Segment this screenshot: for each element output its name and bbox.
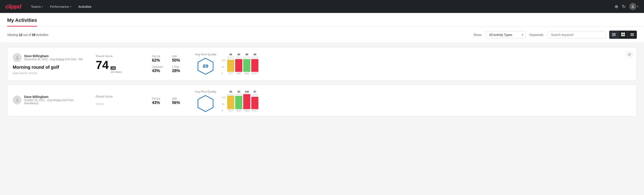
stat-fw-hit: FW Hit 43%: [152, 97, 168, 105]
round-score-row: —: [96, 100, 145, 108]
round-score-section: Round Score 74 +4 18 Holes: [96, 54, 145, 74]
user-date-location: December 05, 2021 - Gog Magog Golf Club …: [24, 58, 82, 61]
filter-bar: Viewing 12 out of 29 Activities Show: Al…: [0, 27, 644, 42]
card-user-section: Dave Billingham December 05, 2021 - Gog …: [13, 53, 88, 75]
logo[interactable]: clippd: [5, 3, 21, 10]
svg-rect-11: [630, 36, 634, 36]
stat-gir-label: GIR: [172, 55, 188, 58]
search-input[interactable]: [548, 31, 606, 38]
stat-fw-hit-value: 43%: [152, 100, 168, 105]
stat-gir-label: GIR: [172, 97, 188, 100]
performance-chevron-icon: ▾: [70, 5, 71, 8]
nav-items: Teams ▾ Performance ▾ Activities: [28, 3, 608, 10]
round-score-label: Round Score: [96, 54, 145, 58]
list-view-button[interactable]: [610, 31, 618, 38]
user-details: Dave Billingham October 16, 2021 - Gog M…: [24, 95, 88, 105]
page-header: My Activities: [0, 13, 644, 27]
stat-fw-hit-value: 62%: [152, 58, 168, 63]
shot-quality-bar-chart: 100 50 0 94 OTT 93 APP 106 ARG 87: [222, 90, 631, 112]
keywords-label: Keywords:: [530, 33, 544, 36]
user-menu[interactable]: ▾: [629, 3, 639, 10]
round-score-section: Round Score —: [96, 95, 145, 108]
user-date-location: October 16, 2021 - Gog Magog Golf Club -…: [24, 98, 88, 105]
activity-type-select[interactable]: All Activity Types Round Practice: [486, 31, 526, 38]
stat-fw-hit: FW Hit 62%: [152, 55, 168, 63]
card-user-section: Dave Billingham October 16, 2021 - Gog M…: [13, 95, 88, 108]
avg-shot-quality-label: Avg Shot Quality: [195, 53, 216, 56]
stat-gir-value: 50%: [172, 58, 188, 63]
svg-marker-15: [198, 96, 213, 112]
svg-point-12: [16, 56, 18, 58]
user-details: Dave Billingham December 05, 2021 - Gog …: [24, 54, 82, 61]
stat-gir-value: 56%: [172, 100, 188, 105]
user-name: Dave Billingham: [24, 95, 88, 98]
user-chevron-icon: ▾: [637, 5, 639, 8]
svg-rect-1: [612, 33, 616, 34]
stat-updown-label: Up/Down: [152, 65, 168, 68]
activity-card: Dave Billingham October 16, 2021 - Gog M…: [7, 84, 637, 116]
svg-rect-8: [630, 33, 634, 34]
nav-item-teams[interactable]: Teams ▾: [28, 3, 46, 10]
stat-gir: GIR 50%: [172, 55, 188, 63]
avatar: [629, 3, 636, 10]
user-info: Dave Billingham December 05, 2021 - Gog …: [13, 53, 88, 62]
svg-point-14: [16, 98, 18, 100]
svg-rect-5: [623, 32, 625, 34]
nav-item-performance[interactable]: Performance ▾: [47, 3, 74, 10]
svg-rect-3: [612, 36, 616, 36]
compact-view-button[interactable]: [628, 31, 637, 38]
page-title: My Activities: [7, 18, 37, 26]
shot-quality-hexagon: Avg Shot Quality: [195, 90, 216, 112]
nav-right: ⊕ ↻ ▾: [614, 3, 639, 10]
show-label: Show:: [474, 33, 482, 36]
add-icon[interactable]: ⊕: [614, 4, 618, 9]
user-info: Dave Billingham October 16, 2021 - Gog M…: [13, 95, 88, 105]
data-source: Data Source: Arccos: [13, 72, 88, 75]
activities-list: Dave Billingham December 05, 2021 - Gog …: [0, 42, 644, 121]
score-badge: +4: [110, 66, 116, 70]
stat-gir: GIR 56%: [172, 97, 188, 105]
hexagon-shape: 89: [196, 57, 214, 75]
grid-view-button[interactable]: [618, 31, 628, 38]
teams-chevron-icon: ▾: [42, 5, 43, 8]
stat-updown-value: 43%: [152, 68, 168, 73]
stat-1putt: 1 Putt 28%: [172, 65, 188, 73]
activity-card: Dave Billingham December 05, 2021 - Gog …: [7, 47, 637, 81]
svg-rect-6: [621, 34, 623, 36]
user-name: Dave Billingham: [24, 54, 82, 58]
small-stats-section: FW Hit 43% GIR 56%: [152, 97, 188, 105]
avatar: [13, 53, 22, 62]
shot-quality-hexagon: Avg Shot Quality 89: [195, 53, 216, 75]
nav-item-activities[interactable]: Activities: [76, 3, 94, 10]
view-toggle: [609, 30, 637, 39]
navbar: clippd Teams ▾ Performance ▾ Activities …: [0, 0, 644, 13]
stat-fw-hit-label: FW Hit: [152, 97, 168, 100]
score-value: 74: [96, 59, 109, 71]
hexagon-shape: [196, 94, 214, 112]
avatar: [13, 96, 22, 104]
refresh-icon[interactable]: ↻: [622, 4, 626, 9]
stat-1putt-label: 1 Putt: [172, 65, 188, 68]
svg-rect-10: [630, 35, 634, 35]
svg-point-0: [632, 5, 634, 6]
svg-rect-2: [612, 34, 616, 35]
stat-updown: Up/Down 43%: [152, 65, 168, 73]
holes-text: 18 Holes: [110, 70, 122, 74]
hexagon-value: 89: [203, 63, 208, 69]
activity-title: Morning round of golf: [13, 65, 88, 70]
round-score-row: 74 +4 18 Holes: [96, 59, 145, 74]
svg-rect-4: [621, 32, 623, 34]
score-value: —: [96, 100, 104, 108]
activity-type-select-wrapper: All Activity Types Round Practice ▾: [486, 31, 526, 38]
stat-fw-hit-label: FW Hit: [152, 55, 168, 58]
small-stats-section: FW Hit 62% GIR 50% Up/Down 43% 1 Putt 28…: [152, 55, 188, 73]
svg-rect-9: [630, 34, 634, 34]
round-score-label: Round Score: [96, 95, 145, 98]
avg-shot-quality-section: Avg Shot Quality 100 50 0 94 OTT 93: [195, 90, 631, 112]
avg-shot-quality-label: Avg Shot Quality: [195, 90, 216, 93]
viewing-count-text: Viewing 12 out of 29 Activities: [7, 33, 470, 36]
svg-rect-7: [623, 34, 625, 36]
shot-quality-bar-chart: 100 50 0 85 OTT 90 APP 89 ARG 89 P: [222, 53, 631, 75]
avg-shot-quality-section: Avg Shot Quality 89 100 50 0 85 OTT 90: [195, 53, 631, 75]
stat-1putt-value: 28%: [172, 68, 188, 73]
